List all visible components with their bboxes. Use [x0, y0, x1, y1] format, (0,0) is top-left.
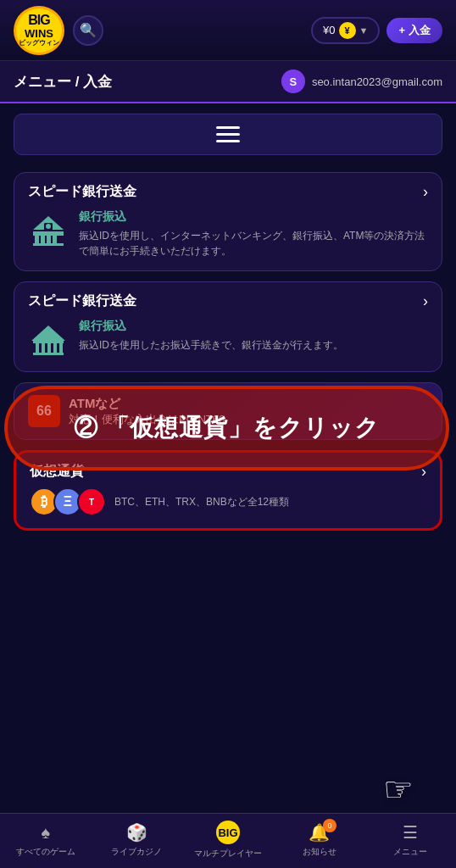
- card-desc-1: 振込IDを使用し、インターネットバンキング、銀行振込、ATM等の決済方法で簡単に…: [79, 228, 428, 259]
- logo[interactable]: BIG WINS ビッグウィン: [14, 6, 64, 55]
- nav-item-multiplayer[interactable]: BIG マルチプレイヤー: [182, 821, 274, 860]
- menu-title: メニュー / 入金: [14, 72, 112, 92]
- bottom-nav: ♠ すべてのゲーム 🎲 ライブカジノ BIG マルチプレイヤー 🔔0 お知らせ …: [0, 813, 456, 868]
- user-email: seo.intan2023@gmail.com: [312, 75, 442, 88]
- nav-item-menu[interactable]: ☰ メニュー: [364, 822, 456, 858]
- spade-icon: ♠: [41, 823, 50, 843]
- atm-badge: 66: [28, 395, 60, 427]
- balance-display: ¥0 ¥ ▼: [311, 17, 380, 44]
- menu-bar: メニュー / 入金 S seo.intan2023@gmail.com: [0, 61, 456, 103]
- bank-icon-1: [28, 209, 69, 250]
- svg-rect-11: [36, 342, 39, 353]
- balance-value: ¥0: [323, 24, 335, 36]
- atm-desc: 対応！便利な入出金はPOINT66: [69, 412, 225, 427]
- user-info: S seo.intan2023@gmail.com: [281, 70, 442, 93]
- logo-big: BIG: [28, 13, 49, 28]
- card-desc-2: 振込IDを使用したお振込手続きで、銀行送金が行えます。: [79, 337, 428, 353]
- card-body-1: 銀行振込 振込IDを使用し、インターネットバンキング、銀行振込、ATM等の決済方…: [14, 209, 442, 270]
- svg-marker-16: [31, 326, 65, 341]
- atm-text: ATMなど 対応！便利な入出金はPOINT66: [69, 396, 225, 427]
- crypto-card[interactable]: 仮想通貨 › ₿ Ξ T BTC、ETH、TRX、BNBなど全12種類: [14, 450, 442, 531]
- atm-title: ATMなど: [69, 396, 225, 412]
- speed-bank-card-2[interactable]: スピード銀行送金 ›: [14, 281, 442, 372]
- card-title-1: スピード銀行送金: [28, 183, 136, 201]
- svg-rect-2: [47, 235, 51, 243]
- deposit-label: 入金: [409, 23, 431, 38]
- crypto-icons: ₿ Ξ T: [30, 487, 106, 516]
- dice-icon: 🎲: [126, 822, 147, 843]
- speed-bank-card-1[interactable]: スピード銀行送金 ›: [14, 172, 442, 271]
- svg-point-8: [46, 224, 51, 229]
- bell-icon: 🔔0: [309, 822, 330, 843]
- deposit-button[interactable]: + 入金: [386, 18, 442, 43]
- notification-badge: 0: [323, 819, 336, 832]
- svg-rect-0: [35, 235, 39, 243]
- card-title-2: スピード銀行送金: [28, 292, 136, 310]
- hamburger-section: [0, 103, 456, 165]
- header: BIG WINS ビッグウィン 🔍 ¥0 ¥ ▼ + 入金: [0, 0, 456, 61]
- svg-rect-13: [47, 342, 51, 353]
- svg-rect-3: [53, 235, 57, 243]
- nav-item-all-games[interactable]: ♠ すべてのゲーム: [0, 823, 92, 858]
- card-text-1: 銀行振込 振込IDを使用し、インターネットバンキング、銀行振込、ATM等の決済方…: [79, 209, 428, 259]
- svg-rect-14: [53, 342, 57, 353]
- card-body-2: 銀行振込 振込IDを使用したお振込手続きで、銀行送金が行えます。: [14, 319, 442, 371]
- search-icon: 🔍: [80, 22, 97, 38]
- svg-rect-6: [33, 243, 64, 246]
- card-header-2: スピード銀行送金 ›: [14, 282, 442, 319]
- card-label-2: 銀行振込: [79, 319, 428, 334]
- search-button[interactable]: 🔍: [73, 15, 103, 46]
- logo-jp: ビッグウィン: [19, 40, 59, 47]
- hand-cursor-icon: ☞: [383, 770, 414, 809]
- menu-hamburger-icon: ☰: [403, 822, 418, 843]
- cards-section: スピード銀行送金 ›: [0, 165, 456, 537]
- svg-rect-4: [33, 231, 64, 236]
- logo-area: BIG WINS ビッグウィン 🔍: [14, 6, 103, 55]
- chevron-right-icon-2: ›: [423, 292, 428, 310]
- bigwins-logo-icon: BIG: [216, 821, 240, 844]
- trx-icon: T: [77, 487, 106, 516]
- atm-card[interactable]: 66 ATMなど 対応！便利な入出金はPOINT66: [14, 382, 442, 440]
- crypto-body: ₿ Ξ T BTC、ETH、TRX、BNBなど全12種類: [16, 487, 440, 528]
- svg-rect-15: [59, 342, 63, 353]
- svg-rect-1: [41, 235, 45, 243]
- crypto-header: 仮想通貨 ›: [16, 453, 440, 487]
- card-label-1: 銀行振込: [79, 209, 428, 225]
- card-text-2: 銀行振込 振込IDを使用したお振込手続きで、銀行送金が行えます。: [79, 319, 428, 353]
- logo-wins: WINS: [25, 28, 53, 40]
- nav-item-notifications[interactable]: 🔔0 お知らせ: [274, 822, 365, 858]
- bank-icon-2: [28, 319, 69, 359]
- user-avatar: S: [281, 70, 305, 93]
- hamburger-button[interactable]: [14, 114, 442, 155]
- svg-rect-12: [42, 342, 45, 353]
- dropdown-icon: ▼: [359, 25, 369, 36]
- hamburger-icon: [216, 126, 240, 142]
- card-header-1: スピード銀行送金 ›: [14, 173, 442, 209]
- yen-icon: ¥: [339, 22, 356, 39]
- crypto-desc: BTC、ETH、TRX、BNBなど全12種類: [114, 495, 289, 509]
- chevron-right-icon-1: ›: [423, 183, 428, 201]
- deposit-plus-icon: +: [398, 24, 405, 36]
- crypto-title: 仮想通貨: [30, 463, 84, 481]
- header-right: ¥0 ¥ ▼ + 入金: [311, 17, 442, 44]
- chevron-right-icon-crypto: ›: [421, 463, 426, 481]
- nav-item-live-casino[interactable]: 🎲 ライブカジノ: [92, 822, 183, 858]
